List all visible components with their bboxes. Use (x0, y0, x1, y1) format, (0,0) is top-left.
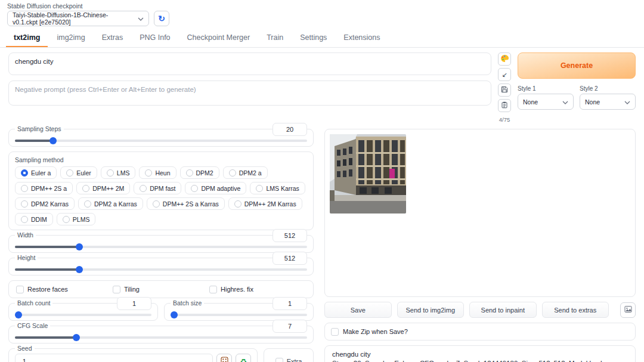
sampler-option-label: Euler (76, 169, 91, 177)
sampler-option-dpm-fast[interactable]: DPM fast (134, 182, 181, 194)
sampler-option-dpm2-a[interactable]: DPM2 a (223, 166, 268, 179)
sampler-option-label: DPM fast (150, 185, 175, 192)
random-seed-button[interactable] (216, 354, 232, 362)
open-images-folder-button[interactable] (620, 302, 636, 318)
sampler-option-lms[interactable]: LMS (101, 166, 136, 179)
sampler-option-dpmpp-2s-a[interactable]: DPM++ 2S a (15, 182, 73, 194)
sampler-option-plms[interactable]: PLMS (57, 213, 96, 225)
sampler-option-dpmpp-2m[interactable]: DPM++ 2M (76, 182, 130, 194)
save-button[interactable]: Save (324, 302, 392, 318)
paste-params-button[interactable]: ↙ (498, 68, 511, 81)
sampler-option-euler-a[interactable]: Euler a (15, 166, 57, 179)
floppy-icon (501, 86, 508, 94)
radio-icon (84, 200, 91, 208)
style2-dropdown[interactable]: None (580, 94, 636, 110)
sampler-option-dpm2-a-karras[interactable]: DPM2 a Karras (78, 197, 143, 210)
tab-img2img[interactable]: img2img (49, 29, 92, 47)
tab-png-info[interactable]: PNG Info (132, 29, 178, 47)
radio-icon (145, 169, 152, 177)
generate-button[interactable]: Generate (518, 52, 636, 79)
seed-input[interactable]: -1 (15, 354, 213, 362)
prompt-input[interactable]: chengdu city (8, 52, 491, 75)
sampler-option-ddim[interactable]: DDIM (15, 213, 53, 225)
palette-icon (500, 54, 509, 64)
sampler-option-label: DPM2 Karras (31, 200, 69, 208)
tab-checkpoint-merger[interactable]: Checkpoint Merger (179, 29, 258, 47)
extra-seed-checkbox[interactable]: Extra (264, 348, 314, 362)
restore-faces-checkbox[interactable]: Restore faces (16, 286, 113, 293)
chevron-down-icon (138, 15, 144, 22)
tab-train[interactable]: Train (259, 29, 291, 47)
style1-value: None (523, 98, 538, 106)
info-params-text: Steps: 20, Sampler: Euler a, CFG scale: … (332, 360, 628, 362)
sampler-option-heun[interactable]: Heun (139, 166, 176, 179)
tab-extras[interactable]: Extras (94, 29, 131, 47)
checkpoint-value: Taiyi-Stable-Diffusion-1B-Chinese-v0.1.c… (13, 11, 133, 26)
tab-settings[interactable]: Settings (292, 29, 335, 47)
tab-extensions[interactable]: Extensions (336, 29, 388, 47)
generated-image-thumbnail[interactable] (330, 134, 406, 214)
radio-icon (107, 169, 114, 177)
make-zip-label: Make Zip when Save? (343, 328, 408, 335)
sampler-option-dpmpp-2s-a-karras[interactable]: DPM++ 2S a Karras (147, 197, 225, 210)
extra-seed-label: Extra (287, 358, 302, 362)
batch-size-slider[interactable] (171, 311, 307, 319)
send-to-img2img-button[interactable]: Send to img2img (397, 302, 465, 318)
sampling-steps-input[interactable]: 20 (273, 123, 307, 136)
refresh-checkpoints-button[interactable]: ↻ (154, 11, 169, 26)
radio-icon (21, 200, 28, 208)
sampler-option-label: DPM2 (196, 169, 213, 177)
radio-icon (63, 216, 70, 223)
batch-count-slider[interactable] (15, 311, 151, 319)
refresh-icon: ↻ (158, 14, 165, 23)
sampler-option-dpm2[interactable]: DPM2 (180, 166, 219, 179)
seed-block: Seed -1 ♻ (8, 348, 258, 362)
cfg-scale-slider[interactable] (15, 334, 307, 342)
batch-count-block: Batch count 1 (8, 303, 158, 321)
checkpoint-dropdown[interactable]: Taiyi-Stable-Diffusion-1B-Chinese-v0.1.c… (7, 11, 149, 26)
sampler-option-label: LMS (117, 169, 130, 177)
sampler-option-dpmpp-2m-karras[interactable]: DPM++ 2M Karras (228, 197, 302, 210)
width-slider[interactable] (15, 243, 307, 251)
radio-icon (153, 200, 160, 208)
batch-count-input[interactable]: 1 (117, 297, 151, 310)
sampler-option-label: DPM++ 2S a (31, 185, 67, 192)
sampler-option-euler[interactable]: Euler (60, 166, 97, 179)
tiling-checkbox[interactable]: Tiling (113, 286, 209, 293)
height-slider[interactable] (15, 266, 307, 274)
highres-fix-checkbox[interactable]: Highres. fix (209, 286, 306, 293)
height-label: Height (15, 254, 38, 262)
batch-size-input[interactable]: 1 (273, 297, 307, 310)
radio-icon (82, 185, 89, 192)
send-to-inpaint-button[interactable]: Send to inpaint (469, 302, 537, 318)
batch-size-label: Batch size (171, 299, 204, 307)
sampler-option-dpm-adaptive[interactable]: DPM adaptive (185, 182, 246, 194)
send-to-extras-button[interactable]: Send to extras (542, 302, 609, 318)
tab-txt2img[interactable]: txt2img (6, 29, 48, 47)
checkbox-icon (275, 358, 283, 362)
dice-icon (221, 357, 228, 362)
style1-dropdown[interactable]: None (518, 94, 574, 110)
negative-prompt-input[interactable] (8, 81, 491, 106)
sampler-option-label: DDIM (31, 216, 47, 223)
sampling-method-label: Sampling method (15, 156, 307, 163)
sampling-steps-slider[interactable] (15, 137, 307, 145)
height-input[interactable]: 512 (273, 252, 307, 265)
sampling-steps-block: Sampling Steps 20 (8, 129, 314, 147)
radio-icon (186, 169, 193, 177)
sampler-option-dpm2-karras[interactable]: DPM2 Karras (15, 197, 75, 210)
toggles-block: Restore faces Tiling Highres. fix (8, 280, 314, 298)
checkpoint-bar: Stable Diffusion checkpoint Taiyi-Stable… (0, 0, 644, 26)
reuse-seed-button[interactable]: ♻ (236, 354, 251, 362)
save-style-button[interactable] (498, 83, 511, 97)
style2-label: Style 2 (580, 85, 636, 92)
radio-icon (229, 169, 236, 177)
restore-faces-label: Restore faces (27, 286, 68, 293)
width-input[interactable]: 512 (273, 229, 307, 242)
sampler-option-lms-karras[interactable]: LMS Karras (250, 182, 305, 194)
random-artist-button[interactable] (498, 52, 511, 66)
make-zip-checkbox[interactable]: Make Zip when Save? (324, 323, 636, 341)
apply-style-button[interactable] (498, 99, 511, 112)
cfg-scale-input[interactable]: 7 (273, 320, 307, 333)
clipboard-icon (501, 101, 508, 110)
